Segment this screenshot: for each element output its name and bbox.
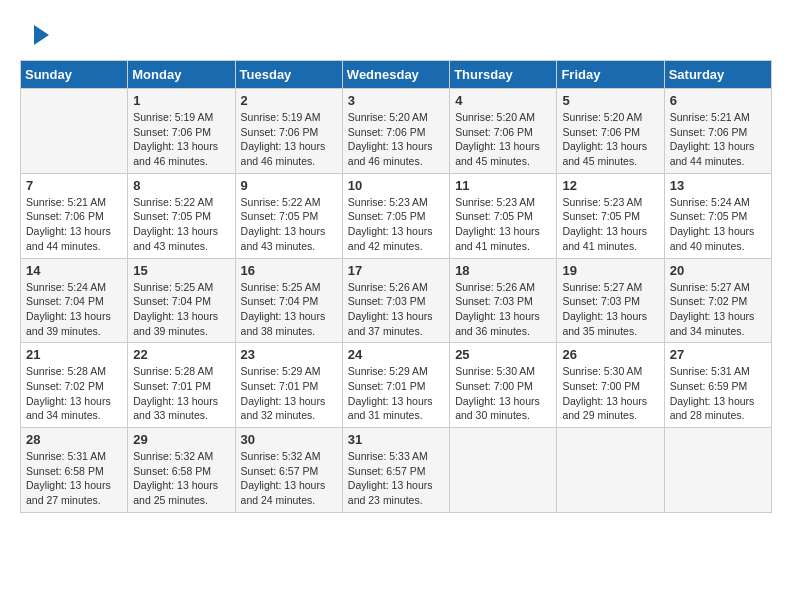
day-info: Sunrise: 5:23 AM Sunset: 7:05 PM Dayligh…	[562, 195, 658, 254]
calendar-cell: 27Sunrise: 5:31 AM Sunset: 6:59 PM Dayli…	[664, 343, 771, 428]
day-info: Sunrise: 5:32 AM Sunset: 6:57 PM Dayligh…	[241, 449, 337, 508]
calendar-cell	[21, 89, 128, 174]
day-info: Sunrise: 5:26 AM Sunset: 7:03 PM Dayligh…	[348, 280, 444, 339]
calendar-cell	[557, 428, 664, 513]
day-info: Sunrise: 5:30 AM Sunset: 7:00 PM Dayligh…	[562, 364, 658, 423]
col-header-friday: Friday	[557, 61, 664, 89]
calendar-cell: 2Sunrise: 5:19 AM Sunset: 7:06 PM Daylig…	[235, 89, 342, 174]
day-number: 12	[562, 178, 658, 193]
day-number: 24	[348, 347, 444, 362]
day-number: 2	[241, 93, 337, 108]
calendar-cell: 3Sunrise: 5:20 AM Sunset: 7:06 PM Daylig…	[342, 89, 449, 174]
week-row-4: 21Sunrise: 5:28 AM Sunset: 7:02 PM Dayli…	[21, 343, 772, 428]
day-number: 6	[670, 93, 766, 108]
calendar-cell: 7Sunrise: 5:21 AM Sunset: 7:06 PM Daylig…	[21, 173, 128, 258]
header-row: SundayMondayTuesdayWednesdayThursdayFrid…	[21, 61, 772, 89]
day-number: 21	[26, 347, 122, 362]
day-info: Sunrise: 5:29 AM Sunset: 7:01 PM Dayligh…	[348, 364, 444, 423]
calendar-table: SundayMondayTuesdayWednesdayThursdayFrid…	[20, 60, 772, 513]
day-info: Sunrise: 5:25 AM Sunset: 7:04 PM Dayligh…	[241, 280, 337, 339]
logo	[20, 20, 54, 50]
day-info: Sunrise: 5:21 AM Sunset: 7:06 PM Dayligh…	[26, 195, 122, 254]
calendar-cell: 22Sunrise: 5:28 AM Sunset: 7:01 PM Dayli…	[128, 343, 235, 428]
day-info: Sunrise: 5:22 AM Sunset: 7:05 PM Dayligh…	[241, 195, 337, 254]
day-number: 26	[562, 347, 658, 362]
day-info: Sunrise: 5:23 AM Sunset: 7:05 PM Dayligh…	[348, 195, 444, 254]
calendar-cell: 21Sunrise: 5:28 AM Sunset: 7:02 PM Dayli…	[21, 343, 128, 428]
day-info: Sunrise: 5:27 AM Sunset: 7:02 PM Dayligh…	[670, 280, 766, 339]
day-info: Sunrise: 5:26 AM Sunset: 7:03 PM Dayligh…	[455, 280, 551, 339]
day-number: 8	[133, 178, 229, 193]
day-number: 4	[455, 93, 551, 108]
day-number: 28	[26, 432, 122, 447]
day-number: 19	[562, 263, 658, 278]
day-number: 5	[562, 93, 658, 108]
day-number: 9	[241, 178, 337, 193]
day-number: 27	[670, 347, 766, 362]
calendar-cell: 16Sunrise: 5:25 AM Sunset: 7:04 PM Dayli…	[235, 258, 342, 343]
calendar-cell: 18Sunrise: 5:26 AM Sunset: 7:03 PM Dayli…	[450, 258, 557, 343]
calendar-cell: 31Sunrise: 5:33 AM Sunset: 6:57 PM Dayli…	[342, 428, 449, 513]
day-number: 23	[241, 347, 337, 362]
week-row-5: 28Sunrise: 5:31 AM Sunset: 6:58 PM Dayli…	[21, 428, 772, 513]
calendar-cell: 14Sunrise: 5:24 AM Sunset: 7:04 PM Dayli…	[21, 258, 128, 343]
calendar-header: SundayMondayTuesdayWednesdayThursdayFrid…	[21, 61, 772, 89]
logo-icon	[24, 20, 54, 50]
day-number: 20	[670, 263, 766, 278]
day-info: Sunrise: 5:31 AM Sunset: 6:58 PM Dayligh…	[26, 449, 122, 508]
day-info: Sunrise: 5:21 AM Sunset: 7:06 PM Dayligh…	[670, 110, 766, 169]
calendar-cell: 8Sunrise: 5:22 AM Sunset: 7:05 PM Daylig…	[128, 173, 235, 258]
day-info: Sunrise: 5:30 AM Sunset: 7:00 PM Dayligh…	[455, 364, 551, 423]
col-header-sunday: Sunday	[21, 61, 128, 89]
day-info: Sunrise: 5:31 AM Sunset: 6:59 PM Dayligh…	[670, 364, 766, 423]
calendar-cell: 29Sunrise: 5:32 AM Sunset: 6:58 PM Dayli…	[128, 428, 235, 513]
day-info: Sunrise: 5:20 AM Sunset: 7:06 PM Dayligh…	[562, 110, 658, 169]
day-number: 17	[348, 263, 444, 278]
day-info: Sunrise: 5:19 AM Sunset: 7:06 PM Dayligh…	[241, 110, 337, 169]
calendar-cell: 30Sunrise: 5:32 AM Sunset: 6:57 PM Dayli…	[235, 428, 342, 513]
calendar-cell: 28Sunrise: 5:31 AM Sunset: 6:58 PM Dayli…	[21, 428, 128, 513]
day-info: Sunrise: 5:20 AM Sunset: 7:06 PM Dayligh…	[455, 110, 551, 169]
calendar-cell: 5Sunrise: 5:20 AM Sunset: 7:06 PM Daylig…	[557, 89, 664, 174]
day-info: Sunrise: 5:28 AM Sunset: 7:02 PM Dayligh…	[26, 364, 122, 423]
week-row-2: 7Sunrise: 5:21 AM Sunset: 7:06 PM Daylig…	[21, 173, 772, 258]
day-info: Sunrise: 5:20 AM Sunset: 7:06 PM Dayligh…	[348, 110, 444, 169]
page-header	[20, 20, 772, 50]
calendar-cell: 25Sunrise: 5:30 AM Sunset: 7:00 PM Dayli…	[450, 343, 557, 428]
col-header-monday: Monday	[128, 61, 235, 89]
day-number: 16	[241, 263, 337, 278]
day-number: 11	[455, 178, 551, 193]
calendar-cell: 4Sunrise: 5:20 AM Sunset: 7:06 PM Daylig…	[450, 89, 557, 174]
day-info: Sunrise: 5:23 AM Sunset: 7:05 PM Dayligh…	[455, 195, 551, 254]
day-number: 7	[26, 178, 122, 193]
col-header-saturday: Saturday	[664, 61, 771, 89]
day-number: 15	[133, 263, 229, 278]
day-number: 29	[133, 432, 229, 447]
calendar-cell: 1Sunrise: 5:19 AM Sunset: 7:06 PM Daylig…	[128, 89, 235, 174]
calendar-cell	[450, 428, 557, 513]
day-number: 31	[348, 432, 444, 447]
day-number: 10	[348, 178, 444, 193]
day-number: 1	[133, 93, 229, 108]
calendar-cell	[664, 428, 771, 513]
calendar-cell: 19Sunrise: 5:27 AM Sunset: 7:03 PM Dayli…	[557, 258, 664, 343]
calendar-cell: 17Sunrise: 5:26 AM Sunset: 7:03 PM Dayli…	[342, 258, 449, 343]
day-number: 14	[26, 263, 122, 278]
day-info: Sunrise: 5:25 AM Sunset: 7:04 PM Dayligh…	[133, 280, 229, 339]
calendar-cell: 12Sunrise: 5:23 AM Sunset: 7:05 PM Dayli…	[557, 173, 664, 258]
col-header-thursday: Thursday	[450, 61, 557, 89]
calendar-cell: 23Sunrise: 5:29 AM Sunset: 7:01 PM Dayli…	[235, 343, 342, 428]
week-row-3: 14Sunrise: 5:24 AM Sunset: 7:04 PM Dayli…	[21, 258, 772, 343]
calendar-cell: 13Sunrise: 5:24 AM Sunset: 7:05 PM Dayli…	[664, 173, 771, 258]
day-info: Sunrise: 5:29 AM Sunset: 7:01 PM Dayligh…	[241, 364, 337, 423]
day-number: 3	[348, 93, 444, 108]
calendar-cell: 26Sunrise: 5:30 AM Sunset: 7:00 PM Dayli…	[557, 343, 664, 428]
day-info: Sunrise: 5:32 AM Sunset: 6:58 PM Dayligh…	[133, 449, 229, 508]
day-info: Sunrise: 5:19 AM Sunset: 7:06 PM Dayligh…	[133, 110, 229, 169]
week-row-1: 1Sunrise: 5:19 AM Sunset: 7:06 PM Daylig…	[21, 89, 772, 174]
col-header-tuesday: Tuesday	[235, 61, 342, 89]
day-info: Sunrise: 5:24 AM Sunset: 7:04 PM Dayligh…	[26, 280, 122, 339]
calendar-cell: 20Sunrise: 5:27 AM Sunset: 7:02 PM Dayli…	[664, 258, 771, 343]
day-info: Sunrise: 5:33 AM Sunset: 6:57 PM Dayligh…	[348, 449, 444, 508]
day-number: 30	[241, 432, 337, 447]
